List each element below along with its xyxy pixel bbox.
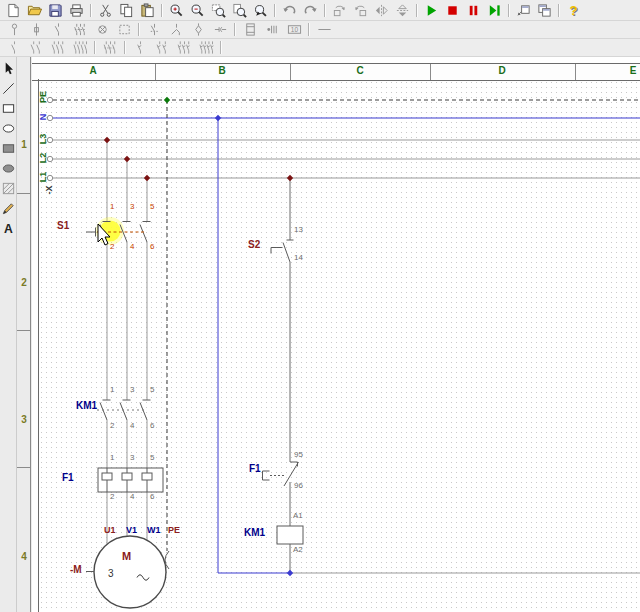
rotate-left-button[interactable] [329,2,350,19]
zoom-out-button[interactable] [187,2,208,19]
stop-simulation-button[interactable] [442,2,463,19]
hatch-tool-button[interactable] [0,178,16,198]
toolbar-separator [94,41,96,54]
page-reference-button[interactable] [239,22,261,37]
counter-box-button[interactable] [283,22,305,37]
paste-icon [140,3,155,18]
run-simulation-icon [424,3,439,18]
column-label-a: A [83,65,103,76]
three-pole-contact-button[interactable] [69,22,91,37]
line-segment-button[interactable] [313,22,335,37]
toolbar-separator [324,4,326,17]
rotate-right-button[interactable] [350,2,371,19]
connector-plug-button[interactable] [209,22,231,37]
contact-symbol-button[interactable] [47,22,69,37]
s1-terminal-6: 6 [150,243,154,251]
cut-button[interactable] [95,2,116,19]
zoom-window-button[interactable] [208,2,229,19]
contact-angled-button[interactable] [165,22,187,37]
redo-button[interactable] [300,2,321,19]
contact-no-button[interactable] [143,22,165,37]
lamp-symbol-button[interactable] [91,22,113,37]
drawing-tool-palette [0,58,16,238]
breaker-2pole-button[interactable] [151,40,173,55]
connector-plug-icon [213,22,228,37]
new-button[interactable] [3,2,24,19]
column-label-c: C [350,65,370,76]
rail-label-n[interactable]: N [39,109,49,125]
save-button[interactable] [45,2,66,19]
filled-rectangle-tool-button[interactable] [0,138,16,158]
terminal-block-label[interactable]: -X [45,182,55,198]
ellipse-tool-button[interactable] [0,118,16,138]
busbar-button[interactable] [261,22,283,37]
f1-terminal-3: 3 [130,454,134,462]
help-icon [566,3,581,18]
filled-ellipse-tool-button[interactable] [0,158,16,178]
zoom-in-button[interactable] [166,2,187,19]
rail-label-pe[interactable]: PE [39,89,49,105]
drawing-canvas[interactable]: A B C D E [32,57,640,612]
component-box-button[interactable] [113,22,135,37]
connector-diamond-button[interactable] [187,22,209,37]
pointer-tool-button[interactable] [0,58,16,78]
s1-label[interactable]: S1 [57,221,69,231]
tile-windows-button[interactable] [534,2,555,19]
column-ruler: A B C D E [32,63,640,81]
rail-label-l3[interactable]: L3 [39,131,49,147]
contact-3pole-linked-button[interactable] [99,40,121,55]
km1-coil-label[interactable]: KM1 [244,528,265,538]
redraw-button[interactable] [250,2,271,19]
motor-letter: M [122,551,131,562]
undo-icon [282,3,297,18]
mirror-horizontal-button[interactable] [371,2,392,19]
pause-simulation-button[interactable] [463,2,484,19]
paste-button[interactable] [137,2,158,19]
motor-label[interactable]: -M [70,565,82,575]
km1-contacts-label[interactable]: KM1 [76,401,97,411]
s2-terminal-13: 13 [294,226,303,234]
km1-terminal-5: 5 [150,386,154,394]
toolbar-separator [274,4,276,17]
breaker-3pole-icon [177,40,192,55]
rotate-left-icon [332,3,347,18]
toolbar-separator [220,41,222,54]
save-icon [48,3,63,18]
km1-terminal-6: 6 [150,422,154,430]
contact-3pole-button[interactable] [47,40,69,55]
toolbar-separator [161,4,163,17]
rectangle-tool-button[interactable] [0,98,16,118]
pencil-tool-button[interactable] [0,198,16,218]
row-label-4: 4 [17,551,31,562]
contact-4pole-button[interactable] [69,40,91,55]
s2-label[interactable]: S2 [248,240,260,250]
undo-button[interactable] [279,2,300,19]
toolbar-separator [124,41,126,54]
rectangle-tool-icon [1,101,16,116]
mirror-vertical-button[interactable] [392,2,413,19]
tile-windows-icon [537,3,552,18]
breaker-3pole-button[interactable] [173,40,195,55]
row-divider [17,330,31,331]
f1-nc-label[interactable]: F1 [249,464,261,474]
line-tool-button[interactable] [0,78,16,98]
float-window-button[interactable] [513,2,534,19]
breaker-1pole-button[interactable] [129,40,151,55]
open-button[interactable] [24,2,45,19]
signal-pin-button[interactable] [3,22,25,37]
copy-button[interactable] [116,2,137,19]
text-tool-button[interactable] [0,218,16,238]
rail-label-l2[interactable]: L2 [39,150,49,166]
contact-2pole-button[interactable] [25,40,47,55]
f1-overload-label[interactable]: F1 [62,473,74,483]
step-simulation-button[interactable] [484,2,505,19]
run-simulation-button[interactable] [421,2,442,19]
contact-1pole-button[interactable] [3,40,25,55]
breaker-4pole-button[interactable] [195,40,217,55]
s1-terminal-4: 4 [130,243,134,251]
terminal-symbol-button[interactable] [25,22,47,37]
zoom-page-button[interactable] [229,2,250,19]
line-segment-icon [317,22,332,37]
help-button[interactable] [563,2,584,19]
print-button[interactable] [66,2,87,19]
